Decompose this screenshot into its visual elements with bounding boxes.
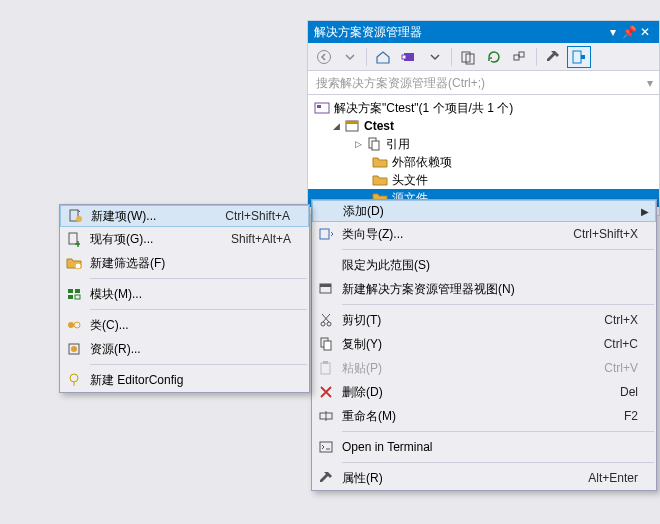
toolbar-separator: [451, 48, 452, 66]
references-node[interactable]: ▷ 引用: [308, 135, 659, 153]
svg-rect-28: [69, 233, 77, 244]
project-node[interactable]: ◢ Ctest: [308, 117, 659, 135]
svg-rect-14: [372, 141, 379, 150]
preview-selected-icon[interactable]: [567, 46, 591, 68]
menu-existing-item[interactable]: 现有项(G)... Shift+Alt+A: [60, 227, 309, 251]
menu-add[interactable]: 添加(D) ▶: [312, 200, 656, 222]
menu-new-filter[interactable]: 新建筛选器(F): [60, 251, 309, 275]
panel-menu-dropdown-icon[interactable]: ▾: [605, 25, 621, 39]
headers-node[interactable]: 头文件: [308, 171, 659, 189]
menu-properties[interactable]: 属性(R) Alt+Enter: [312, 466, 656, 490]
references-icon: [366, 136, 382, 152]
menu-separator: [342, 249, 654, 250]
sync-icon[interactable]: [456, 46, 480, 68]
search-input[interactable]: [314, 75, 647, 91]
menu-open-terminal[interactable]: Open in Terminal: [312, 435, 656, 459]
context-menu: 添加(D) ▶ 类向导(Z)... Ctrl+Shift+X 限定为此范围(S)…: [311, 199, 657, 491]
copy-icon: [312, 336, 340, 352]
new-view-icon: [312, 281, 340, 297]
menu-copy[interactable]: 复制(Y) Ctrl+C: [312, 332, 656, 356]
menu-class-wizard[interactable]: 类向导(Z)... Ctrl+Shift+X: [312, 222, 656, 246]
svg-point-27: [76, 216, 82, 222]
menu-rename[interactable]: 重命名(M) F2: [312, 404, 656, 428]
resource-icon: [60, 341, 88, 357]
editorconfig-icon: [60, 372, 88, 388]
svg-rect-15: [320, 229, 329, 239]
menu-editorconfig[interactable]: 新建 EditorConfig: [60, 368, 309, 392]
project-label: Ctest: [364, 119, 394, 133]
menu-separator: [342, 462, 654, 463]
delete-icon: [312, 384, 340, 400]
svg-point-0: [318, 50, 331, 63]
class-wizard-icon: [312, 226, 340, 242]
svg-point-29: [75, 263, 81, 269]
menu-cut[interactable]: 剪切(T) Ctrl+X: [312, 308, 656, 332]
add-submenu: 新建项(W)... Ctrl+Shift+A 现有项(G)... Shift+A…: [59, 204, 310, 393]
svg-point-35: [74, 322, 80, 328]
menu-separator: [342, 431, 654, 432]
svg-rect-10: [317, 105, 321, 108]
expander-open-icon[interactable]: ◢: [330, 120, 342, 132]
properties-icon[interactable]: [541, 46, 565, 68]
menu-scope[interactable]: 限定为此范围(S): [312, 253, 656, 277]
collapse-all-icon[interactable]: [508, 46, 532, 68]
external-deps-node[interactable]: 外部依赖项: [308, 153, 659, 171]
svg-rect-8: [581, 55, 585, 59]
svg-rect-22: [321, 363, 330, 374]
rename-icon: [312, 408, 340, 424]
class-icon: [60, 317, 88, 333]
forward-icon[interactable]: [338, 46, 362, 68]
menu-new-view[interactable]: 新建解决方案资源管理器视图(N): [312, 277, 656, 301]
close-icon[interactable]: ✕: [637, 25, 653, 39]
switch-views-icon[interactable]: [397, 46, 421, 68]
expander-closed-icon[interactable]: ▷: [352, 138, 364, 150]
svg-rect-17: [320, 284, 331, 287]
svg-rect-12: [346, 121, 358, 124]
svg-rect-25: [320, 442, 332, 452]
svg-point-18: [321, 322, 325, 326]
solution-tree: 解决方案"Ctest"(1 个项目/共 1 个) ◢ Ctest ▷ 引用 外部…: [308, 95, 659, 215]
home-icon[interactable]: [371, 46, 395, 68]
terminal-icon: [312, 439, 340, 455]
solution-icon: [314, 100, 330, 116]
solution-node[interactable]: 解决方案"Ctest"(1 个项目/共 1 个): [308, 99, 659, 117]
view-dropdown-icon[interactable]: [423, 46, 447, 68]
menu-separator: [90, 278, 307, 279]
svg-rect-2: [402, 55, 406, 59]
panel-toolbar: [308, 43, 659, 71]
solution-explorer-panel: 解决方案资源管理器 ▾ 📌 ✕ ▾ 解决方案"Ctest"(1 个项目/共 1 …: [307, 20, 660, 216]
search-box[interactable]: ▾: [308, 71, 659, 95]
svg-rect-32: [68, 295, 73, 299]
new-item-icon: [61, 208, 89, 224]
svg-rect-5: [514, 55, 519, 60]
module-icon: [60, 286, 88, 302]
references-label: 引用: [386, 136, 410, 153]
menu-delete[interactable]: 删除(D) Del: [312, 380, 656, 404]
svg-rect-21: [324, 341, 331, 350]
svg-rect-6: [519, 52, 524, 57]
existing-item-icon: [60, 231, 88, 247]
search-dropdown-icon[interactable]: ▾: [647, 76, 653, 90]
wrench-icon: [312, 470, 340, 486]
svg-rect-33: [75, 295, 80, 299]
menu-new-item[interactable]: 新建项(W)... Ctrl+Shift+A: [60, 205, 309, 227]
menu-class[interactable]: 类(C)...: [60, 313, 309, 337]
svg-point-37: [71, 346, 77, 352]
svg-rect-7: [573, 51, 581, 63]
pin-icon[interactable]: 📌: [621, 25, 637, 39]
menu-resource[interactable]: 资源(R)...: [60, 337, 309, 361]
svg-rect-31: [75, 289, 80, 293]
svg-point-19: [327, 322, 331, 326]
panel-title-text: 解决方案资源管理器: [314, 24, 422, 41]
menu-module[interactable]: 模块(M)...: [60, 282, 309, 306]
cut-icon: [312, 312, 340, 328]
folder-icon: [372, 172, 388, 188]
svg-rect-30: [68, 289, 73, 293]
svg-point-34: [68, 322, 74, 328]
refresh-icon[interactable]: [482, 46, 506, 68]
svg-rect-23: [323, 361, 328, 364]
back-icon[interactable]: [312, 46, 336, 68]
external-deps-label: 外部依赖项: [392, 154, 452, 171]
svg-point-38: [70, 374, 78, 382]
menu-paste: 粘贴(P) Ctrl+V: [312, 356, 656, 380]
